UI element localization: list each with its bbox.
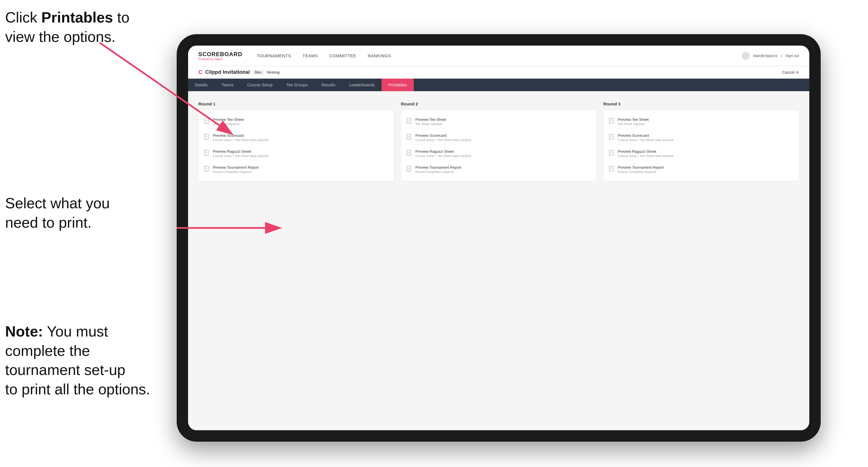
round3-raguzzi[interactable]: Preview Raguzzi Sheet Course setup + Tee… (609, 147, 794, 160)
round1-report-sublabel: Round Completion required (213, 170, 259, 174)
round3-report-label: Preview Tournament Report (618, 165, 664, 169)
rounds-grid: Round 1 Preview Tee Sheet Tee (198, 101, 799, 181)
top-nav-links: TOURNAMENTS TEAMS COMMITTEE RANKINGS (256, 52, 742, 59)
tab-printables[interactable]: Printables (381, 79, 414, 91)
round1-raguzzi[interactable]: Preview Raguzzi Sheet Course setup + Tee… (204, 147, 389, 160)
round2-scorecard-label: Preview Scorecard (415, 133, 471, 137)
separator: | (781, 54, 782, 58)
round3-raguzzi-sublabel: Course setup + Tee Sheet data required (618, 154, 673, 158)
document-icon-4 (204, 166, 210, 173)
round-3-title: Round 3 (603, 101, 799, 106)
round2-scorecard[interactable]: Preview Scorecard Course setup + Tee She… (406, 131, 591, 144)
document-icon-r2-1 (406, 118, 412, 125)
svg-line-1 (100, 43, 219, 125)
nav-link-committee[interactable]: COMMITTEE (330, 52, 356, 59)
round2-report-label: Preview Tournament Report (415, 165, 461, 169)
round-3-section: Round 3 Preview Tee Sheet Tee (603, 101, 799, 181)
top-nav-right: blair@clippd.io | Sign out (742, 52, 799, 60)
user-avatar (742, 52, 750, 60)
user-email: blair@clippd.io (753, 54, 777, 58)
round-3-card: Preview Tee Sheet Tee Sheet required (603, 110, 799, 181)
tournament-header: C Clippd Invitational Men Hosting Cancel… (188, 66, 809, 79)
round3-report-text: Preview Tournament Report Round Completi… (618, 165, 664, 174)
tab-course-setup[interactable]: Course Setup (241, 79, 280, 91)
round3-scorecard-label: Preview Scorecard (618, 133, 673, 137)
round2-scorecard-text: Preview Scorecard Course setup + Tee She… (415, 133, 471, 142)
round2-tee-sheet-sublabel: Tee Sheet required (415, 122, 446, 126)
arrow-mid (171, 211, 279, 245)
tab-results[interactable]: Results (315, 79, 342, 91)
document-icon-3 (204, 150, 210, 157)
round2-report-text: Preview Tournament Report Round Completi… (415, 165, 461, 174)
tournament-badge: Men (252, 70, 264, 75)
round1-raguzzi-sublabel: Course setup + Tee Sheet data required (213, 154, 269, 158)
round1-report-text: Preview Tournament Report Round Completi… (213, 165, 259, 174)
round-2-section: Round 2 Preview Tee Sheet Tee (401, 101, 597, 181)
round3-tee-sheet[interactable]: Preview Tee Sheet Tee Sheet required (609, 115, 794, 128)
round2-tournament-report[interactable]: Preview Tournament Report Round Completi… (406, 163, 591, 176)
round2-tee-sheet-text: Preview Tee Sheet Tee Sheet required (415, 117, 446, 126)
instruction-bold: Printables (41, 9, 113, 26)
nav-link-teams[interactable]: TEAMS (303, 52, 318, 59)
round3-tournament-report[interactable]: Preview Tournament Report Round Completi… (609, 163, 794, 176)
sign-out-link[interactable]: Sign out (785, 54, 799, 58)
round2-raguzzi-text: Preview Raguzzi Sheet Course setup + Tee… (415, 149, 471, 158)
round3-tee-sheet-label: Preview Tee Sheet (618, 117, 649, 122)
nav-link-rankings[interactable]: RANKINGS (368, 52, 391, 59)
round2-tee-sheet-label: Preview Tee Sheet (415, 117, 446, 122)
nav-link-tournaments[interactable]: TOURNAMENTS (256, 52, 291, 59)
round3-tee-sheet-text: Preview Tee Sheet Tee Sheet required (618, 117, 649, 126)
document-icon-r2-3 (406, 150, 412, 157)
tablet-screen: SCOREBOARD Powered by clippd TOURNAMENTS… (188, 45, 809, 430)
round3-scorecard-sublabel: Course setup + Tee Sheet data required (618, 138, 673, 142)
sub-nav: Details Teams Course Setup Tee Groups Re… (188, 79, 809, 91)
round1-raguzzi-text: Preview Raguzzi Sheet Course setup + Tee… (213, 149, 269, 158)
document-icon-r2-4 (406, 166, 412, 173)
cancel-button[interactable]: Cancel ✕ (782, 70, 799, 75)
tab-leaderboards[interactable]: Leaderboards (342, 79, 381, 91)
round1-tournament-report[interactable]: Preview Tournament Report Round Completi… (204, 163, 389, 176)
document-icon-r2-2 (406, 134, 412, 141)
top-nav: SCOREBOARD Powered by clippd TOURNAMENTS… (188, 45, 809, 66)
hosting-badge: Hosting (267, 70, 280, 74)
round3-scorecard[interactable]: Preview Scorecard Course setup + Tee She… (609, 131, 794, 144)
round-2-title: Round 2 (401, 101, 597, 106)
arrow-top (83, 37, 242, 139)
round2-raguzzi-label: Preview Raguzzi Sheet (415, 149, 471, 154)
round2-raguzzi-sublabel: Course setup + Tee Sheet data required (415, 154, 471, 158)
round3-raguzzi-text: Preview Raguzzi Sheet Course setup + Tee… (618, 149, 673, 158)
instruction-bottom: Note: You mustcomplete thetournament set… (5, 322, 150, 399)
round-2-card: Preview Tee Sheet Tee Sheet required (401, 110, 597, 181)
round2-raguzzi[interactable]: Preview Raguzzi Sheet Course setup + Tee… (406, 147, 591, 160)
round1-report-label: Preview Tournament Report (213, 165, 259, 169)
round3-raguzzi-label: Preview Raguzzi Sheet (618, 149, 673, 154)
instruction-mid: Select what youneed to print. (5, 194, 110, 232)
round2-tee-sheet[interactable]: Preview Tee Sheet Tee Sheet required (406, 115, 591, 128)
document-icon-r3-2 (609, 134, 614, 141)
document-icon-r3-3 (609, 150, 614, 157)
round2-report-sublabel: Round Completion required (415, 170, 461, 174)
main-content: Round 1 Preview Tee Sheet Tee (188, 91, 809, 430)
round1-raguzzi-label: Preview Raguzzi Sheet (213, 149, 269, 154)
document-icon-r3-4 (609, 166, 614, 173)
round3-scorecard-text: Preview Scorecard Course setup + Tee She… (618, 133, 673, 142)
document-icon-r3-1 (609, 118, 614, 125)
tab-tee-groups[interactable]: Tee Groups (280, 79, 315, 91)
round3-tee-sheet-sublabel: Tee Sheet required (618, 122, 649, 126)
round3-report-sublabel: Round Completion required (618, 170, 664, 174)
round2-scorecard-sublabel: Course setup + Tee Sheet data required (415, 138, 471, 142)
